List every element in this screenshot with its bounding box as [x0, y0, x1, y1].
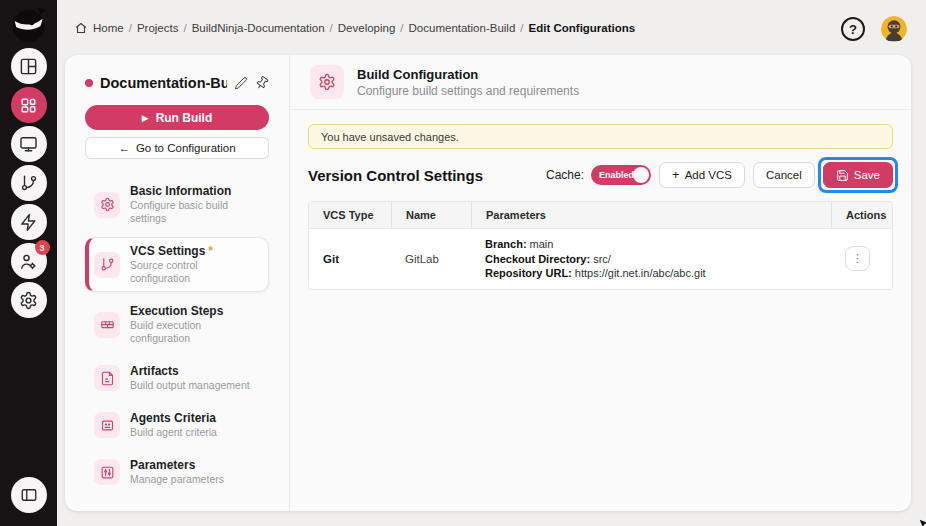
breadcrumb-item[interactable]: Projects — [137, 22, 179, 34]
cache-toggle-state: Enabled — [599, 170, 634, 180]
build-config-gear-icon — [310, 65, 344, 99]
nav-label: Artifacts — [130, 364, 250, 379]
agents-icon[interactable]: 3 — [11, 243, 47, 279]
breadcrumb-separator: / — [330, 22, 333, 34]
lightning-icon[interactable] — [11, 204, 47, 240]
nav-sublabel: Build agent criteria — [130, 426, 217, 439]
steps-bricks-icon — [94, 312, 120, 338]
help-icon[interactable]: ? — [841, 17, 865, 41]
build-config-panel: Documentation-Bu... ▶ Run Build ← Go to … — [65, 55, 290, 511]
save-label: Save — [854, 169, 880, 181]
breadcrumb-item[interactable]: Documentation-Build — [409, 22, 516, 34]
column-header-parameters: Parameters — [471, 202, 831, 228]
breadcrumb-item[interactable]: BuildNinja-Documentation — [192, 22, 325, 34]
sliders-icon — [94, 459, 120, 485]
column-header-actions: Actions — [831, 202, 892, 228]
nav-item-parameters[interactable]: Parameters Manage parameters — [85, 451, 269, 493]
add-vcs-button[interactable]: + Add VCS — [659, 162, 745, 188]
nav-sublabel: Source control configuration — [130, 259, 260, 285]
file-icon — [94, 365, 120, 391]
monitor-icon[interactable] — [11, 126, 47, 162]
table-row: Git GitLab Branch:main Checkout Director… — [309, 228, 892, 289]
cache-label: Cache: — [546, 168, 584, 182]
build-config-content: Build Configuration Configure build sett… — [290, 55, 911, 511]
robot-face-icon — [94, 412, 120, 438]
top-bar: Home / Projects / BuildNinja-Documentati… — [57, 0, 926, 55]
projects-grid-icon[interactable] — [11, 87, 47, 123]
save-button[interactable]: Save — [823, 162, 893, 188]
cell-name: GitLab — [391, 253, 471, 265]
breadcrumb-current: Edit Configurations — [529, 22, 636, 34]
save-disk-icon — [836, 169, 849, 182]
settings-gear-icon[interactable] — [11, 282, 47, 318]
row-actions-menu-button[interactable]: ⋮ — [845, 246, 870, 271]
breadcrumb-separator: / — [520, 22, 523, 34]
breadcrumb-separator: / — [129, 22, 132, 34]
section-title: Version Control Settings — [308, 167, 483, 184]
nav-item-agents-criteria[interactable]: Agents Criteria Build agent criteria — [85, 404, 269, 446]
nav-label: Agents Criteria — [130, 411, 217, 426]
dashboard-icon[interactable] — [11, 48, 47, 84]
go-to-configuration-label: Go to Configuration — [136, 142, 236, 154]
param-repository-url: Repository URL:https://git.net.in/abc/ab… — [485, 266, 831, 281]
edit-pencil-icon[interactable] — [234, 76, 248, 90]
nav-item-artifacts[interactable]: Artifacts Build output management — [85, 357, 269, 399]
add-vcs-label: Add VCS — [685, 169, 732, 181]
agents-badge: 3 — [35, 240, 50, 255]
back-arrow-icon: ← — [118, 142, 130, 154]
plus-icon: + — [672, 167, 680, 182]
cell-actions: ⋮ — [831, 246, 892, 271]
breadcrumb: Home / Projects / BuildNinja-Documentati… — [75, 22, 635, 34]
column-header-vcs-type: VCS Type — [309, 202, 391, 228]
page-title: Build Configuration — [357, 66, 579, 83]
git-branch-icon[interactable] — [11, 165, 47, 201]
app-rail: 3 — [0, 0, 57, 526]
user-avatar[interactable] — [881, 16, 907, 42]
vcs-table: VCS Type Name Parameters Actions Git Git… — [308, 201, 893, 290]
page-subtitle: Configure build settings and requirement… — [357, 83, 579, 99]
nav-label: Basic Information — [130, 184, 260, 199]
go-to-configuration-button[interactable]: ← Go to Configuration — [85, 137, 269, 159]
nav-item-vcs-settings[interactable]: VCS Settings* Source control configurati… — [85, 237, 269, 292]
breadcrumb-item[interactable]: Developing — [338, 22, 396, 34]
toggle-knob — [633, 167, 649, 183]
nav-label: Parameters — [130, 458, 224, 473]
nav-item-execution-steps[interactable]: Execution Steps Build execution configur… — [85, 297, 269, 352]
run-build-label: Run Build — [156, 111, 213, 125]
home-icon — [75, 22, 87, 34]
content-header: Build Configuration Configure build sett… — [290, 55, 911, 110]
breadcrumb-separator: / — [183, 22, 186, 34]
config-nav: Basic Information Configure basic build … — [85, 177, 269, 493]
nav-sublabel: Build execution configuration — [130, 319, 260, 345]
nav-sublabel: Configure basic build settings — [130, 199, 260, 225]
buildninja-logo[interactable] — [9, 5, 49, 45]
unsaved-changes-banner: You have unsaved changes. — [308, 124, 893, 149]
run-build-button[interactable]: ▶ Run Build — [85, 105, 269, 130]
status-dot — [85, 79, 93, 87]
breadcrumb-item[interactable]: Home — [93, 22, 124, 34]
collapse-sidebar-icon[interactable] — [11, 477, 47, 513]
cache-toggle[interactable]: Enabled — [591, 165, 651, 185]
nav-sublabel: Build output management — [130, 379, 250, 392]
nav-label: VCS Settings* — [130, 244, 260, 259]
param-checkout-directory: Checkout Directory:src/ — [485, 252, 831, 267]
table-header: VCS Type Name Parameters Actions — [309, 202, 892, 228]
main-card: Documentation-Bu... ▶ Run Build ← Go to … — [65, 55, 911, 511]
play-icon: ▶ — [142, 113, 149, 123]
cell-parameters: Branch:main Checkout Directory:src/ Repo… — [471, 237, 831, 281]
build-title: Documentation-Bu... — [100, 75, 227, 91]
git-branch-icon — [94, 252, 120, 278]
pin-icon[interactable] — [255, 76, 269, 90]
breadcrumb-separator: / — [400, 22, 403, 34]
required-asterisk: * — [208, 244, 213, 258]
nav-item-basic-information[interactable]: Basic Information Configure basic build … — [85, 177, 269, 232]
gear-icon — [94, 192, 120, 218]
nav-label: Execution Steps — [130, 304, 260, 319]
cancel-button[interactable]: Cancel — [753, 162, 815, 188]
nav-sublabel: Manage parameters — [130, 473, 224, 486]
cell-vcs-type: Git — [309, 253, 391, 265]
param-branch: Branch:main — [485, 237, 831, 252]
mouse-cursor — [918, 518, 926, 526]
column-header-name: Name — [391, 202, 471, 228]
